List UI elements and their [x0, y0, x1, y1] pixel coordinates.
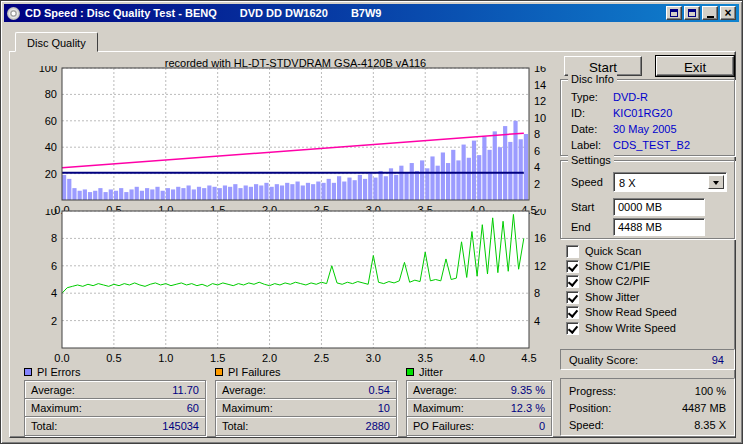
stat-label: Total:	[222, 420, 248, 432]
pi-failures-panel: PI Failures Average:0.54 Maximum:10 Tota…	[215, 365, 397, 436]
quality-score-panel: Quality Score: 94	[560, 349, 735, 370]
start-position-label: Start	[571, 201, 594, 213]
svg-text:1.5: 1.5	[210, 352, 225, 364]
checkbox-show-c2-pif[interactable]: Show C2/PIF	[566, 274, 650, 288]
speed-label: Speed:	[569, 419, 604, 431]
end-position-field[interactable]	[613, 218, 705, 236]
checkbox-label: Show Read Speed	[585, 306, 677, 318]
stat-value: 11.70	[172, 384, 199, 396]
disc-info-group-title: Disc Info	[568, 73, 617, 85]
speed-label: Speed	[571, 176, 603, 188]
stat-value: 60	[187, 402, 199, 414]
checkbox-show-jitter[interactable]: Show Jitter	[566, 290, 639, 304]
titlebar: CD Speed : Disc Quality Test - BENQ DVD …	[4, 4, 739, 22]
disc-date-value: 30 May 2005	[613, 123, 677, 135]
stat-value: 12.3 %	[511, 402, 545, 414]
svg-text:10: 10	[534, 112, 546, 124]
checkbox-label: Show C2/PIF	[585, 275, 650, 287]
checkbox-label: Show Write Speed	[585, 322, 676, 334]
svg-text:1.0: 1.0	[158, 352, 173, 364]
close-button[interactable]: ×	[720, 6, 736, 20]
svg-text:2.0: 2.0	[262, 352, 277, 364]
stat-label: PO Failures:	[413, 420, 474, 432]
stat-panel-title: Jitter	[419, 366, 443, 378]
show-c1-pie-checkbox[interactable]	[566, 260, 579, 273]
stat-value: 9.35 %	[511, 384, 545, 396]
stat-value: 2880	[366, 420, 390, 432]
svg-text:100: 100	[39, 66, 57, 74]
svg-text:2: 2	[534, 178, 540, 190]
show-read-speed-checkbox[interactable]	[566, 306, 579, 319]
stat-panel-title: PI Errors	[37, 366, 80, 378]
speed-select[interactable]: 8 X	[613, 172, 727, 192]
speed-value: 8.35 X	[694, 419, 726, 431]
svg-text:4: 4	[534, 161, 540, 173]
disc-type-value: DVD-R	[613, 91, 648, 103]
progress-panel: Progress:100 % Position:4487 MB Speed:8.…	[560, 378, 735, 436]
svg-text:4: 4	[51, 287, 57, 299]
titlebar-icon-button-2[interactable]	[684, 6, 700, 20]
svg-text:80: 80	[45, 88, 57, 100]
svg-text:8: 8	[51, 232, 57, 244]
svg-text:10: 10	[45, 209, 57, 217]
disc-id-value: KIC01RG20	[613, 107, 672, 119]
jitter-chart: 246810481216200.00.51.01.52.02.53.03.54.…	[20, 209, 560, 365]
window-glyph-icon	[670, 9, 678, 17]
checkbox-quick-scan[interactable]: Quick Scan	[566, 244, 641, 258]
stat-value: 0.54	[369, 384, 390, 396]
speed-dropdown-button[interactable]	[708, 175, 724, 189]
position-label: Position:	[569, 402, 611, 414]
settings-group-title: Settings	[568, 154, 614, 166]
start-position-field[interactable]	[613, 198, 705, 216]
window-glyph-icon	[688, 9, 696, 17]
minimize-icon	[707, 16, 714, 18]
window-title-firmware: B7W9	[351, 7, 382, 19]
pi-errors-legend-swatch-icon	[24, 368, 32, 376]
stat-label: Total:	[31, 420, 57, 432]
disc-id-label: ID:	[571, 107, 613, 119]
app-window: CD Speed : Disc Quality Test - BENQ DVD …	[0, 0, 743, 444]
svg-text:6: 6	[534, 145, 540, 157]
quality-score-label: Quality Score:	[569, 354, 638, 366]
show-jitter-checkbox[interactable]	[566, 291, 579, 304]
svg-text:0.5: 0.5	[106, 352, 121, 364]
svg-text:2.5: 2.5	[314, 352, 329, 364]
svg-text:3.5: 3.5	[418, 352, 433, 364]
chevron-down-icon	[713, 181, 719, 188]
stat-value: 0	[539, 420, 545, 432]
quick-scan-checkbox[interactable]	[566, 245, 579, 258]
svg-text:12: 12	[534, 95, 546, 107]
svg-text:3.0: 3.0	[366, 352, 381, 364]
pi-errors-panel: PI Errors Average:11.70 Maximum:60 Total…	[24, 365, 206, 436]
checkbox-label: Show Jitter	[585, 291, 639, 303]
speed-selected-value: 8 X	[614, 173, 706, 191]
pi-errors-speed-chart: 204060801002468101214160.00.51.01.52.02.…	[20, 66, 560, 218]
checkbox-show-write-speed[interactable]: Show Write Speed	[566, 321, 676, 335]
stat-label: Maximum:	[413, 402, 464, 414]
titlebar-icon-button-1[interactable]	[666, 6, 682, 20]
progress-value: 100 %	[695, 385, 726, 397]
stat-label: Average:	[413, 384, 457, 396]
app-cd-icon	[7, 7, 20, 20]
checkbox-show-c1-pie[interactable]: Show C1/PIE	[566, 259, 650, 273]
close-icon: ×	[724, 8, 731, 18]
svg-text:8: 8	[534, 128, 540, 140]
svg-text:12: 12	[534, 260, 546, 272]
end-position-label: End	[571, 221, 591, 233]
progress-label: Progress:	[569, 385, 616, 397]
exit-button[interactable]: Exit	[656, 56, 734, 76]
svg-text:0.0: 0.0	[54, 352, 69, 364]
stat-value: 145034	[162, 420, 199, 432]
checkbox-show-read-speed[interactable]: Show Read Speed	[566, 305, 677, 319]
svg-text:2: 2	[51, 315, 57, 327]
minimize-button[interactable]	[702, 6, 718, 20]
svg-text:4.0: 4.0	[469, 352, 484, 364]
jitter-legend-swatch-icon	[406, 368, 414, 376]
tab-disc-quality[interactable]: Disc Quality	[15, 32, 98, 52]
show-write-speed-checkbox[interactable]	[566, 322, 579, 335]
disc-quality-tab-page: recorded with HL-DT-STDVDRAM GSA-4120B v…	[9, 51, 736, 438]
svg-text:6: 6	[51, 260, 57, 272]
stat-label: Maximum:	[222, 402, 273, 414]
show-c2-pif-checkbox[interactable]	[566, 275, 579, 288]
stat-label: Average:	[222, 384, 266, 396]
